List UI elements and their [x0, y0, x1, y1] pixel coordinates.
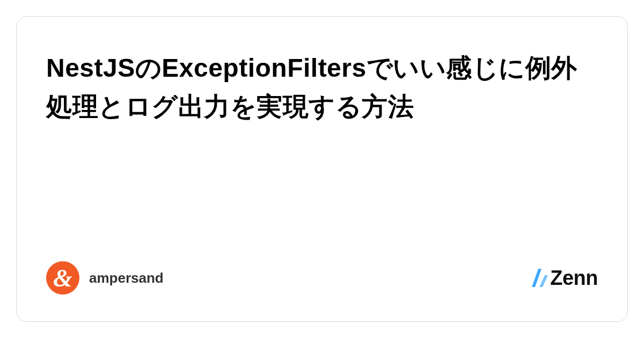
author-username: ampersand [89, 270, 164, 286]
zenn-logo-text: Zenn [550, 267, 598, 290]
zenn-logo: Zenn [531, 267, 598, 290]
article-title: NestJSのExceptionFiltersでいい感じに例外処理とログ出力を実… [46, 49, 598, 126]
ampersand-icon: & [46, 261, 79, 295]
author-section: & ampersand [46, 261, 164, 295]
card-footer: & ampersand Zenn [46, 261, 598, 295]
zenn-logo-icon [531, 268, 548, 288]
social-card: NestJSのExceptionFiltersでいい感じに例外処理とログ出力を実… [16, 16, 628, 322]
